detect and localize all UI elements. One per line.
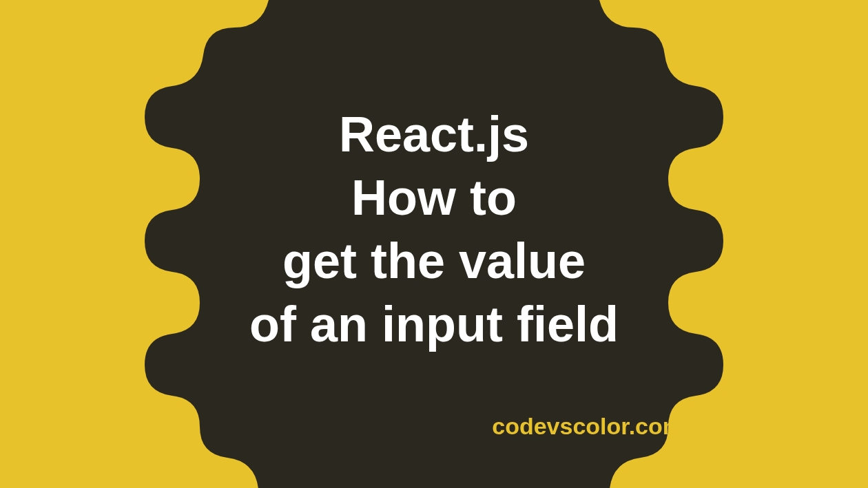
title-line-2: How to (158, 165, 710, 229)
title-line-1: React.js (158, 102, 710, 165)
hero-title: React.js How to get the value of an inpu… (158, 102, 710, 356)
title-line-3: get the value (158, 229, 710, 292)
watermark-text: codevscolor.com (492, 413, 683, 440)
title-line-4: of an input field (158, 293, 710, 356)
